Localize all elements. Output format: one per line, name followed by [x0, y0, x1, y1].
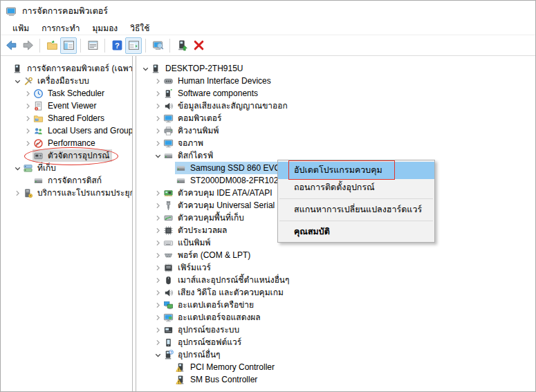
- sidebar-item-disk-management[interactable]: การจัดการดิสก์: [1, 174, 132, 187]
- chevron-right-icon[interactable]: [153, 76, 163, 86]
- context-menu-item-scan-hardware-changes[interactable]: สแกนหาการเปลี่ยนแปลงฮาร์ดแวร์: [278, 201, 434, 218]
- chevron-right-icon[interactable]: [12, 188, 22, 198]
- chevron-right-icon[interactable]: [153, 200, 163, 210]
- back-button[interactable]: [3, 37, 19, 54]
- tree-item-computer-root[interactable]: DESKTOP-2TH915U: [136, 62, 535, 75]
- update-driver-button[interactable]: [174, 37, 190, 54]
- context-menu-item-update-driver[interactable]: อัปเดตโปรแกรมควบคุม: [278, 162, 434, 179]
- sidebar-item-device-manager[interactable]: ตัวจัดการอุปกรณ์: [1, 149, 132, 162]
- tree-item-hid[interactable]: Human Interface Devices: [136, 75, 535, 87]
- tree-item-label: ตัวควบคุม IDE ATA/ATAPI: [176, 187, 274, 199]
- display-adapter-icon: [163, 312, 174, 323]
- chevron-right-icon[interactable]: [23, 126, 33, 136]
- tree-item-network-adapters[interactable]: อะแดปเตอร์เครือข่าย: [136, 299, 535, 311]
- monitor-icon: [163, 113, 174, 124]
- chevron-right-icon[interactable]: [153, 225, 163, 235]
- computer-icon: [150, 63, 161, 74]
- sidebar-item-computer-management[interactable]: การจัดการคอมพิวเตอร์ (เฉพาะที่): [1, 62, 132, 75]
- tree-item-ports[interactable]: พอร์ต (COM & LPT): [136, 249, 535, 261]
- menu-action[interactable]: การกระทำ: [35, 21, 86, 36]
- tree-item-mice[interactable]: เมาส์และอุปกรณ์ชี้ตำแหน่งอื่นๆ: [136, 274, 535, 286]
- tree-item-other-devices[interactable]: ?อุปกรณ์อื่นๆ: [136, 348, 535, 361]
- mouse-icon: [163, 274, 174, 286]
- chevron-right-icon[interactable]: [153, 275, 163, 285]
- menu-bar: แฟ้มการกระทำมุมมองวิธีใช้: [1, 21, 535, 35]
- console-tree-toggle-icon: [63, 39, 75, 51]
- chevron-right-icon[interactable]: [153, 263, 163, 272]
- chevron-right-icon[interactable]: [23, 101, 33, 111]
- tree-item-display-adapters[interactable]: อะแดปเตอร์จอแสดงผล: [136, 311, 535, 324]
- tree-item-sound-video-game[interactable]: เสียง วิดีโอ และตัวควบคุมเกม: [136, 286, 535, 299]
- chevron-down-icon[interactable]: [153, 151, 163, 160]
- chevron-right-icon[interactable]: [153, 337, 163, 347]
- sidebar-item-storage[interactable]: ที่เก็บ: [1, 162, 132, 174]
- chevron-right-icon[interactable]: [153, 288, 163, 297]
- sidebar-item-performance[interactable]: Performance: [1, 137, 132, 149]
- chevron-right-icon[interactable]: [153, 238, 163, 248]
- context-menu-item-properties[interactable]: คุณสมบัติ: [278, 223, 434, 241]
- update-driver-icon: [176, 39, 188, 51]
- tree-item-body: ตัวจัดการอุปกรณ์: [33, 149, 112, 162]
- chevron-right-icon[interactable]: [153, 325, 163, 335]
- tree-item-body: ข้อมูลเสียงและสัญญาณขาออก: [163, 100, 290, 112]
- menu-file[interactable]: แฟ้ม: [6, 21, 35, 36]
- context-menu-item-uninstall-device[interactable]: ถอนการติดตั้งอุปกรณ์: [278, 179, 434, 196]
- chevron-right-icon[interactable]: [153, 126, 163, 136]
- chevron-right-icon[interactable]: [153, 138, 163, 148]
- tree-item-label: บริการและโปรแกรมประยุกต์: [36, 187, 132, 199]
- tree-item-label: ST2000DM008-2FR102: [189, 174, 279, 187]
- chevron-right-icon[interactable]: [153, 213, 163, 223]
- tree-item-audio-inputs-outputs[interactable]: ข้อมูลเสียงและสัญญาณขาออก: [136, 100, 535, 112]
- tree-item-computer[interactable]: คอมพิวเตอร์: [136, 112, 535, 124]
- chevron-right-icon[interactable]: [153, 88, 163, 98]
- chevron-right-icon[interactable]: [23, 88, 33, 98]
- tree-item-firmware[interactable]: เฟิร์มแวร์: [136, 261, 535, 274]
- chevron-right-icon[interactable]: [153, 300, 163, 310]
- chevron-right-icon[interactable]: [23, 113, 33, 123]
- tree-item-monitors[interactable]: จอภาพ: [136, 137, 535, 149]
- tree-item-sm-bus-controller[interactable]: SM Bus Controller: [136, 373, 535, 386]
- chevron-down-icon[interactable]: [12, 76, 22, 86]
- help-button[interactable]: ?: [109, 37, 125, 54]
- menu-help[interactable]: วิธีใช้: [124, 21, 156, 36]
- export-list-button[interactable]: [44, 37, 60, 54]
- tree-item-label: ดิสก์ไดรฟ์: [176, 149, 214, 162]
- sidebar-item-services-applications[interactable]: บริการและโปรแกรมประยุกต์: [1, 187, 132, 199]
- chevron-right-icon[interactable]: [153, 113, 163, 123]
- forward-button[interactable]: [19, 37, 36, 54]
- tree-item-label: PCI Memory Controller: [189, 361, 276, 373]
- scan-hardware-button[interactable]: [149, 37, 166, 54]
- chevron-right-icon[interactable]: [23, 138, 33, 148]
- chevron-right-icon[interactable]: [153, 250, 163, 260]
- chevron-right-icon[interactable]: [153, 101, 163, 111]
- sidebar-item-local-users-groups[interactable]: Local Users and Groups: [1, 124, 132, 137]
- tree-item-label: Samsung SSD 860 EVO: [189, 162, 282, 174]
- help-icon: ?: [111, 39, 123, 51]
- tree-item-label: เฟิร์มแวร์: [176, 261, 212, 274]
- chevron-right-icon[interactable]: [153, 312, 163, 322]
- sidebar-item-task-scheduler[interactable]: Task Scheduler: [1, 87, 132, 100]
- chevron-down-icon[interactable]: [153, 350, 163, 360]
- tree-item-software-components[interactable]: Software components: [136, 87, 535, 100]
- warning-device-icon: [175, 374, 186, 385]
- show-action-pane-button[interactable]: [125, 37, 142, 54]
- chevron-down-icon[interactable]: [140, 64, 150, 73]
- sidebar-item-system-tools[interactable]: เครื่องมือระบบ: [1, 75, 132, 87]
- sidebar-item-shared-folders[interactable]: 22Shared Folders: [1, 112, 132, 124]
- tree-item-print-queues[interactable]: คิวงานพิมพ์: [136, 124, 535, 137]
- uninstall-icon: [193, 39, 205, 51]
- chevron-right-icon[interactable]: [153, 188, 163, 198]
- tree-item-pci-memory-controller[interactable]: PCI Memory Controller: [136, 361, 535, 373]
- tree-item-software-devices[interactable]: อุปกรณ์ซอฟต์แวร์: [136, 336, 535, 348]
- uninstall-device-button[interactable]: [190, 37, 207, 54]
- other-device-icon: ?: [163, 349, 174, 360]
- menu-view[interactable]: มุมมอง: [86, 21, 124, 36]
- tree-item-system-devices[interactable]: อุปกรณ์ของระบบ: [136, 324, 535, 336]
- properties-button[interactable]: [84, 37, 101, 54]
- sidebar-item-event-viewer[interactable]: Event Viewer: [1, 100, 132, 112]
- tree-item-body: คอมพิวเตอร์: [163, 112, 224, 124]
- chevron-down-icon[interactable]: [12, 163, 22, 173]
- show-console-tree-button[interactable]: [60, 37, 77, 54]
- port-icon: [163, 250, 174, 261]
- tree-item-label: อุปกรณ์ของระบบ: [176, 324, 241, 336]
